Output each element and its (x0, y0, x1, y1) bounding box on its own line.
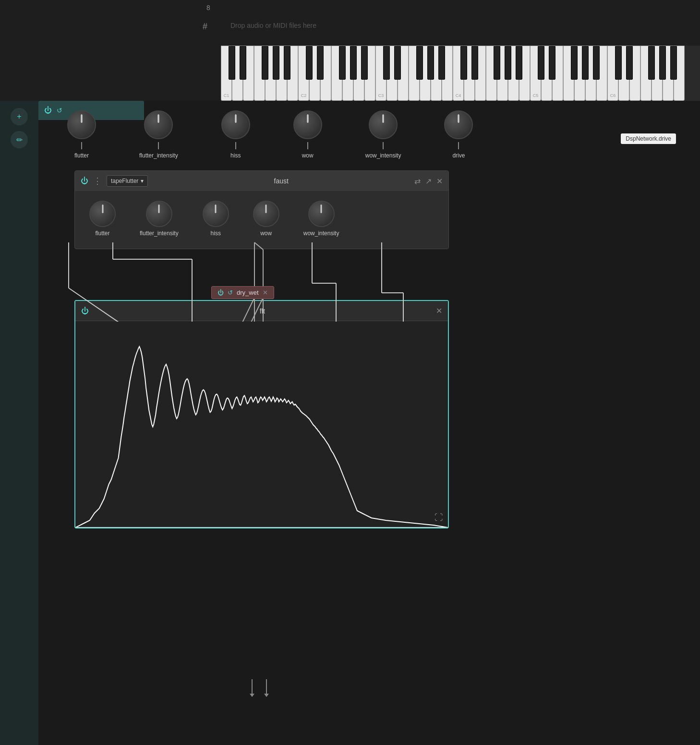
faust-body: flutter flutter_intensity hiss w (75, 191, 448, 249)
fft-waveform (75, 321, 448, 528)
faust-power-button[interactable]: ⏻ (81, 177, 88, 185)
edit-icon: ✏ (16, 135, 23, 144)
faust-swap-button[interactable]: ⇄ (414, 177, 421, 186)
piano-black-key[interactable] (460, 46, 467, 80)
piano-black-key[interactable] (438, 46, 445, 80)
piano-key-F2[interactable] (331, 46, 342, 101)
piano-black-key[interactable] (273, 46, 279, 80)
piano-black-key[interactable] (361, 46, 368, 80)
add-icon: + (17, 112, 21, 121)
piano-black-key[interactable] (670, 46, 677, 80)
piano-key-F4[interactable] (486, 46, 497, 101)
top-knob-control-flutter_intensity[interactable] (144, 110, 173, 139)
piano-black-key[interactable] (494, 46, 500, 80)
faust-panel-header: ⏻ ⋮ tapeFlutter ▾ faust ⇄ ↗ ✕ (75, 171, 448, 191)
piano-black-key[interactable] (471, 46, 478, 80)
daw-top-area: 8 # Drop audio or MIDI files here C1C2C3… (0, 0, 700, 101)
piano-black-key[interactable] (306, 46, 313, 80)
edit-button[interactable]: ✏ (11, 131, 28, 148)
piano-black-key[interactable] (593, 46, 600, 80)
top-knob-control-flutter[interactable] (67, 110, 96, 139)
fft-display: ⛶ (75, 321, 448, 528)
piano-key-F1[interactable] (254, 46, 265, 101)
piano-black-key[interactable] (582, 46, 589, 80)
top-knob-label-flutter: flutter (74, 152, 89, 159)
dry-wet-close-icon[interactable]: ✕ (263, 289, 268, 296)
faust-export-button[interactable]: ↗ (425, 177, 432, 186)
faust-knob-wow_intensity: wow_intensity (303, 201, 339, 237)
drop-area[interactable]: Drop audio or MIDI files here (221, 17, 700, 34)
top-knob-drive: drive (444, 110, 473, 159)
piano-black-key[interactable] (284, 46, 290, 80)
faust-header-left: ⏻ ⋮ tapeFlutter ▾ (81, 175, 148, 187)
piano-key-F6[interactable] (640, 46, 652, 101)
piano-key-C2[interactable]: C2 (298, 46, 309, 101)
faust-knob-label-flutter_intensity: flutter_intensity (140, 230, 179, 237)
faust-knob-control-flutter_intensity[interactable] (146, 201, 172, 227)
piano-key-C4[interactable]: C4 (453, 46, 464, 101)
piano-black-key[interactable] (626, 46, 633, 80)
piano-keyboard[interactable]: C1C2C3C4C5C6 (221, 46, 700, 101)
fft-title: fft (260, 307, 265, 315)
piano-black-key[interactable] (229, 46, 235, 80)
faust-panel: ⏻ ⋮ tapeFlutter ▾ faust ⇄ ↗ ✕ flutter (74, 170, 449, 249)
plugin-power-button[interactable]: ⏻ (44, 106, 52, 115)
piano-key-C5[interactable]: C5 (530, 46, 541, 101)
dry-wet-power-icon[interactable]: ⏻ (217, 289, 224, 296)
faust-knob-flutter_intensity: flutter_intensity (140, 201, 179, 237)
top-knob-control-wow[interactable] (293, 110, 322, 139)
faust-knob-control-wow[interactable] (253, 201, 279, 227)
fft-close-button[interactable]: ✕ (436, 306, 442, 315)
piano-black-key[interactable] (516, 46, 522, 80)
piano-black-key[interactable] (427, 46, 434, 80)
dry-wet-refresh-icon[interactable]: ↺ (228, 289, 233, 296)
piano-black-key[interactable] (659, 46, 666, 80)
piano-key-C6[interactable]: C6 (607, 46, 618, 101)
track-number: 8 (206, 4, 210, 12)
fft-panel: ⏻ fft ✕ ⛶ (74, 300, 449, 529)
fft-power-button[interactable]: ⏻ (81, 307, 89, 315)
piano-key-F5[interactable] (563, 46, 574, 101)
faust-knob-control-flutter[interactable] (89, 201, 116, 227)
top-knob-control-hiss[interactable] (221, 110, 250, 139)
faust-preset-dropdown[interactable]: tapeFlutter ▾ (107, 175, 148, 187)
top-knob-wow_intensity: wow_intensity (365, 110, 401, 159)
output-connectors (250, 679, 269, 697)
piano-black-key[interactable] (505, 46, 511, 80)
piano-black-key[interactable] (648, 46, 655, 80)
piano-black-key[interactable] (262, 46, 268, 80)
fft-expand-button[interactable]: ⛶ (434, 513, 443, 523)
dropdown-arrow-icon: ▾ (141, 178, 144, 184)
piano-black-key[interactable] (350, 46, 357, 80)
faust-close-button[interactable]: ✕ (436, 177, 443, 186)
faust-knob-control-wow_intensity[interactable] (308, 201, 335, 227)
piano-black-key[interactable] (615, 46, 622, 80)
piano-black-key[interactable] (538, 46, 544, 80)
piano-key-C3[interactable]: C3 (375, 46, 386, 101)
faust-knob-label-flutter: flutter (95, 230, 109, 237)
add-button[interactable]: + (11, 108, 28, 125)
dry-wet-label: dry_wet (237, 289, 259, 296)
dry-wet-badge[interactable]: ⏻ ↺ dry_wet ✕ (211, 286, 274, 299)
piano-black-key[interactable] (416, 46, 423, 80)
top-knob-hiss: hiss (221, 110, 250, 159)
faust-menu-button[interactable]: ⋮ (93, 176, 102, 186)
piano-black-key[interactable] (549, 46, 555, 80)
top-knob-control-wow_intensity[interactable] (369, 110, 398, 139)
plugin-refresh-button[interactable]: ↺ (57, 107, 62, 114)
top-knob-label-wow_intensity: wow_intensity (365, 152, 401, 159)
top-knobs-row: flutter flutter_intensity hiss (67, 110, 473, 159)
top-knob-control-drive[interactable] (444, 110, 473, 139)
piano-black-key[interactable] (383, 46, 390, 80)
piano-black-key[interactable] (339, 46, 346, 80)
faust-knob-control-hiss[interactable] (203, 201, 229, 227)
piano-black-key[interactable] (571, 46, 578, 80)
piano-key-C1[interactable]: C1 (221, 46, 232, 101)
piano-key-F3[interactable] (409, 46, 420, 101)
piano-black-key[interactable] (394, 46, 401, 80)
faust-knob-wow: wow (253, 201, 279, 237)
left-sidebar: + ✏ (0, 101, 38, 745)
piano-black-key[interactable] (240, 46, 246, 80)
piano-black-key[interactable] (317, 46, 324, 80)
fft-header: ⏻ fft ✕ (75, 301, 448, 321)
